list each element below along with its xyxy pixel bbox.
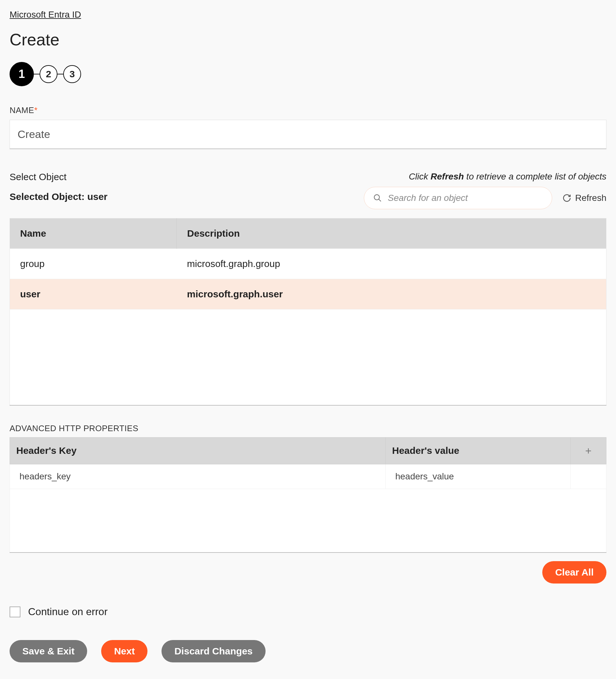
search-box[interactable] xyxy=(364,187,552,209)
cell-name: user xyxy=(10,279,177,310)
cell-header-value[interactable]: headers_value xyxy=(385,464,570,489)
discard-button[interactable]: Discard Changes xyxy=(162,640,265,662)
page-title: Create xyxy=(9,30,607,49)
next-button[interactable]: Next xyxy=(101,640,147,662)
select-object-label: Select Object xyxy=(9,171,108,182)
cell-name: group xyxy=(10,249,177,279)
col-header-value[interactable]: Header's value xyxy=(385,437,570,464)
name-field-label: NAME* xyxy=(9,105,607,115)
clear-all-button[interactable]: Clear All xyxy=(542,561,607,583)
step-3[interactable]: 3 xyxy=(63,65,81,83)
selected-object: Selected Object: user xyxy=(9,191,108,202)
breadcrumb[interactable]: Microsoft Entra ID xyxy=(9,9,81,20)
footer-actions: Save & Exit Next Discard Changes xyxy=(9,640,607,662)
step-line xyxy=(34,74,40,74)
step-line xyxy=(58,74,63,74)
step-1[interactable]: 1 xyxy=(9,62,34,86)
col-header-key[interactable]: Header's Key xyxy=(10,437,385,464)
save-exit-button[interactable]: Save & Exit xyxy=(9,640,87,662)
refresh-icon xyxy=(562,194,571,202)
plus-icon: + xyxy=(577,445,600,457)
cell-desc: microsoft.graph.group xyxy=(177,249,607,279)
objects-table: Name Description group microsoft.graph.g… xyxy=(9,218,607,406)
svg-line-1 xyxy=(379,199,381,201)
col-header-name[interactable]: Name xyxy=(10,219,177,249)
search-input[interactable] xyxy=(388,193,543,203)
refresh-label: Refresh xyxy=(575,193,607,203)
search-icon xyxy=(373,194,382,202)
col-header-description[interactable]: Description xyxy=(177,219,607,249)
step-2[interactable]: 2 xyxy=(40,65,58,83)
add-header-button[interactable]: + xyxy=(570,437,606,464)
spacer-row xyxy=(10,310,607,405)
svg-point-0 xyxy=(374,195,379,200)
table-row[interactable]: group microsoft.graph.group xyxy=(10,249,607,279)
refresh-hint: Click Refresh to retrieve a complete lis… xyxy=(364,171,607,182)
refresh-button[interactable]: Refresh xyxy=(562,193,607,203)
name-input[interactable] xyxy=(9,120,607,149)
stepper: 1 2 3 xyxy=(9,62,607,86)
cell-header-key[interactable]: headers_key xyxy=(10,464,385,489)
continue-on-error-checkbox[interactable] xyxy=(9,607,21,617)
continue-on-error-label: Continue on error xyxy=(28,606,108,618)
table-row[interactable]: headers_key headers_value xyxy=(10,464,607,489)
cell-actions xyxy=(570,464,606,489)
cell-desc: microsoft.graph.user xyxy=(177,279,607,310)
table-row[interactable]: user microsoft.graph.user xyxy=(10,279,607,310)
spacer-row xyxy=(10,489,607,552)
headers-table: Header's Key Header's value + headers_ke… xyxy=(9,437,607,553)
advanced-http-label: ADVANCED HTTP PROPERTIES xyxy=(9,423,607,433)
